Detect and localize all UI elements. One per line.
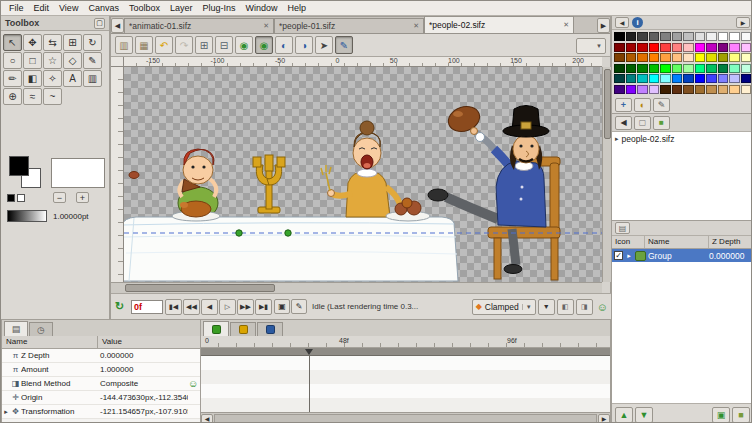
palette-swatch[interactable] [649, 64, 660, 73]
curves-tab[interactable] [230, 322, 256, 336]
palette-swatch[interactable] [626, 32, 637, 41]
palette-swatch[interactable] [626, 85, 637, 94]
expander-triangle-icon[interactable]: ▸ [2, 408, 10, 416]
vertex-handle[interactable] [236, 230, 242, 236]
timetrack-scrollbar-track[interactable] [214, 414, 597, 423]
palette-swatch[interactable] [718, 85, 729, 94]
palette-swatch[interactable] [683, 53, 694, 62]
save-palette-button[interactable]: ✎ [653, 98, 670, 112]
palette-swatch[interactable] [637, 85, 648, 94]
close-icon[interactable]: ✕ [413, 22, 419, 30]
palette-swatch[interactable] [695, 85, 706, 94]
new-group-button[interactable]: ▣ [712, 407, 730, 423]
redo-icon[interactable]: ↷ [175, 36, 193, 54]
menu-item[interactable]: Canvas [83, 2, 124, 14]
toolbox-menu-button[interactable]: ▢ [94, 18, 105, 29]
palette-swatch[interactable] [660, 85, 671, 94]
eyedrop-tool[interactable]: ✧ [43, 70, 62, 87]
layers-menu-icon[interactable]: ▤ [615, 222, 630, 234]
sketch-tool[interactable]: ~ [43, 88, 62, 105]
palette-swatch[interactable] [672, 53, 683, 62]
palette-swatch[interactable] [649, 43, 660, 52]
new-folder-button[interactable]: ■ [732, 407, 750, 423]
palette-swatch[interactable] [718, 32, 729, 41]
lock-future-keyframe-icon[interactable]: ◨ [576, 299, 593, 315]
tabs-scroll-right-icon[interactable]: ▶ [597, 18, 610, 33]
horizontal-ruler[interactable]: -150-100-50050100150200 [124, 57, 602, 67]
palette-swatch[interactable] [741, 85, 752, 94]
open-icon[interactable]: ▥ [115, 36, 133, 54]
gradient-swatch[interactable] [7, 210, 47, 222]
menu-item[interactable]: File [4, 2, 29, 14]
palette-swatch[interactable] [683, 85, 694, 94]
palette-swatch[interactable] [660, 74, 671, 83]
smooth-move-tool[interactable]: ✥ [23, 34, 42, 51]
scroll-right-icon[interactable]: ▶ [598, 414, 610, 423]
palette-swatch[interactable] [660, 64, 671, 73]
folder-icon[interactable]: ■ [653, 116, 670, 130]
param-value[interactable]: Composite [98, 379, 188, 388]
palette-swatch[interactable] [741, 74, 752, 83]
canvas-tab[interactable]: *people-02.sifz ✕ [424, 16, 574, 33]
palette-swatch[interactable] [672, 85, 683, 94]
palette-swatch[interactable] [729, 43, 740, 52]
palette-swatch[interactable] [695, 64, 706, 73]
param-value[interactable]: -144.473630px,-112.3540 [98, 393, 188, 402]
palette-swatch[interactable] [614, 64, 625, 73]
foreground-color-swatch[interactable] [9, 156, 29, 176]
palette-swatch[interactable] [706, 85, 717, 94]
palette-swatch[interactable] [626, 64, 637, 73]
palette-swatch[interactable] [718, 64, 729, 73]
param-value[interactable]: 0.000000 [98, 351, 188, 360]
time-cursor-bar[interactable] [201, 348, 610, 356]
raise-layer-button[interactable]: ▲ [615, 407, 633, 423]
params-tab[interactable]: ▤ [4, 321, 28, 336]
palette-swatch[interactable] [706, 43, 717, 52]
scroll-left-icon[interactable]: ◀ [201, 414, 213, 423]
lower-layer-button[interactable]: ▼ [635, 407, 653, 423]
tabs-scroll-left-icon[interactable]: ◀ [111, 18, 124, 33]
onion-past-icon[interactable]: ◉ [235, 36, 253, 54]
palette-swatch[interactable] [741, 32, 752, 41]
increase-width-button[interactable]: + [76, 192, 89, 203]
gradient-tool[interactable]: ▥ [83, 70, 102, 87]
palette-swatch[interactable] [729, 53, 740, 62]
param-value[interactable]: -121.154657px,-107.9105 [98, 407, 188, 416]
canvas-tab[interactable]: *animatic-01.sifz ✕ [124, 18, 274, 33]
timetrack-scrollbar[interactable]: ◀ ▶ [201, 412, 610, 423]
canvas-tab[interactable]: *people-01.sifz ✕ [274, 18, 424, 33]
vertical-ruler[interactable] [111, 67, 124, 282]
back-icon[interactable]: ◀ [615, 116, 632, 130]
undo-icon[interactable]: ↶ [155, 36, 173, 54]
palette-swatch[interactable] [706, 74, 717, 83]
lock-past-keyframe-icon[interactable]: ◧ [557, 299, 574, 315]
polygon-tool[interactable]: ◇ [63, 52, 82, 69]
palette-swatch[interactable] [695, 74, 706, 83]
palette-swatch[interactable] [614, 53, 625, 62]
menu-item[interactable]: Plug-Ins [197, 2, 240, 14]
prev-frame-button[interactable]: ◀ [201, 299, 218, 315]
play-button[interactable]: ▷ [219, 299, 236, 315]
add-swatch-button[interactable]: + [615, 98, 632, 112]
palette-swatch[interactable] [706, 53, 717, 62]
palette-swatch[interactable] [614, 85, 625, 94]
palette-swatch[interactable] [729, 64, 740, 73]
width-tool[interactable]: ≈ [23, 88, 42, 105]
transform-tool[interactable]: ↖ [3, 34, 22, 51]
default-colors-icon[interactable] [7, 194, 15, 202]
children-tab[interactable] [257, 322, 283, 336]
palette-swatch[interactable] [729, 74, 740, 83]
expander-triangle-icon[interactable]: ▸ [625, 252, 633, 260]
palette-swatch[interactable] [649, 85, 660, 94]
palette-swatch[interactable] [718, 43, 729, 52]
menu-item[interactable]: Edit [29, 2, 55, 14]
rectangle-tool[interactable]: □ [23, 52, 42, 69]
palette-swatch[interactable] [729, 85, 740, 94]
palette-swatch[interactable] [683, 43, 694, 52]
show-grid-icon[interactable]: ⊞ [195, 36, 213, 54]
menu-item[interactable]: View [54, 2, 83, 14]
menu-item[interactable]: Help [283, 2, 312, 14]
timetrack-tab[interactable] [203, 321, 229, 336]
vertical-scrollbar-thumb[interactable] [604, 69, 611, 139]
onion-future-icon[interactable]: ◉ [255, 36, 273, 54]
